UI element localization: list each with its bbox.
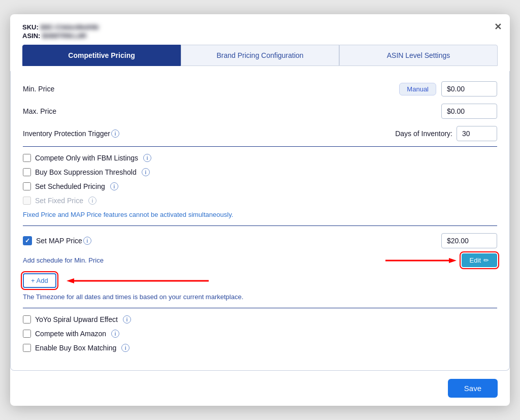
checkbox-amazon-row: Compete with Amazon i bbox=[23, 330, 497, 338]
warning-text: Fixed Price and MAP Price features canno… bbox=[23, 211, 497, 218]
asin-value: B069TRM.L8R bbox=[42, 32, 86, 40]
edit-label: Edit bbox=[470, 256, 481, 264]
checkbox-scheduled-label: Set Scheduled Pricing bbox=[35, 182, 105, 190]
max-price-row: Max. Price bbox=[23, 104, 497, 119]
modal: ✕ SKU: B8C-ChkbnWetH8r ASIN: B069TRM.L8R… bbox=[10, 14, 510, 406]
max-price-label: Max. Price bbox=[23, 107, 56, 115]
checkbox-yoyo-label: YoYo Spiral Upward Effect bbox=[35, 315, 118, 324]
amazon-info-icon[interactable]: i bbox=[111, 330, 119, 338]
manual-badge[interactable]: Manual bbox=[399, 83, 436, 95]
checkbox-fixed-row: Set Fixed Price i bbox=[23, 197, 497, 205]
modal-body: Min. Price Manual Max. Price Inventory P… bbox=[10, 71, 510, 371]
checkbox-buybox-row: Enable Buy Box Matching i bbox=[23, 344, 497, 352]
checkbox-suppression[interactable] bbox=[23, 168, 31, 176]
sku-value: B8C-ChkbnWetH8r bbox=[40, 23, 99, 31]
suppression-info-icon[interactable]: i bbox=[142, 168, 150, 176]
timezone-note: The Timezone for all dates and times is … bbox=[23, 293, 497, 301]
schedule-label: Add schedule for Min. Price bbox=[23, 256, 104, 264]
arrow-from-add bbox=[67, 276, 209, 286]
days-input[interactable] bbox=[457, 126, 497, 141]
checkbox-buybox[interactable] bbox=[23, 344, 31, 352]
checkbox-fbm[interactable] bbox=[23, 154, 31, 162]
checkbox-amazon[interactable] bbox=[23, 330, 31, 338]
save-button[interactable]: Save bbox=[448, 379, 498, 398]
add-btn-row: + Add bbox=[23, 273, 497, 288]
close-button[interactable]: ✕ bbox=[494, 21, 502, 33]
arrow-to-edit bbox=[385, 255, 457, 266]
checkbox-yoyo[interactable] bbox=[23, 315, 31, 324]
tab-brand[interactable]: Brand Pricing Configuration bbox=[181, 45, 339, 66]
map-price-input[interactable] bbox=[441, 233, 497, 248]
tab-asin[interactable]: ASIN Level Settings bbox=[339, 45, 498, 66]
scheduled-info-icon[interactable]: i bbox=[110, 182, 118, 190]
checkbox-scheduled-row: Set Scheduled Pricing i bbox=[23, 182, 497, 190]
map-price-label: Set MAP Price bbox=[36, 237, 82, 245]
buybox-info-icon[interactable]: i bbox=[121, 344, 129, 352]
map-price-row: Set MAP Price i bbox=[23, 233, 497, 248]
checkbox-scheduled[interactable] bbox=[23, 182, 31, 190]
svg-marker-1 bbox=[449, 258, 457, 263]
bottom-section-divider bbox=[23, 308, 497, 308]
fbm-info-icon[interactable]: i bbox=[143, 154, 151, 162]
tab-competitive[interactable]: Competitive Pricing bbox=[22, 45, 181, 66]
checkbox-fixed[interactable] bbox=[23, 197, 31, 205]
checkbox-fixed-label: Set Fixed Price bbox=[35, 197, 83, 205]
inventory-info-icon[interactable]: i bbox=[111, 130, 119, 138]
section-divider bbox=[23, 225, 497, 226]
map-info-icon[interactable]: i bbox=[83, 237, 91, 245]
tabs: Competitive Pricing Brand Pricing Config… bbox=[22, 45, 498, 66]
min-price-label: Min. Price bbox=[23, 85, 54, 93]
checkbox-suppression-label: Buy Box Suppression Threshold bbox=[35, 168, 137, 176]
checkbox-map[interactable] bbox=[23, 236, 32, 245]
sku-row: SKU: B8C-ChkbnWetH8r bbox=[22, 23, 498, 31]
asin-label: ASIN: bbox=[22, 32, 40, 40]
modal-header: SKU: B8C-ChkbnWetH8r ASIN: B069TRM.L8R C… bbox=[10, 14, 510, 71]
sku-label: SKU: bbox=[22, 23, 39, 31]
checkbox-yoyo-row: YoYo Spiral Upward Effect i bbox=[23, 315, 497, 324]
checkbox-amazon-label: Compete with Amazon bbox=[35, 330, 106, 338]
modal-footer: Save bbox=[10, 371, 510, 406]
svg-marker-3 bbox=[67, 278, 74, 283]
inventory-label: Inventory Protection Trigger bbox=[23, 130, 110, 138]
inventory-row: Inventory Protection Trigger i Days of I… bbox=[23, 126, 497, 147]
checkbox-fbm-label: Compete Only with FBM Listings bbox=[35, 154, 138, 162]
checkbox-suppression-row: Buy Box Suppression Threshold i bbox=[23, 168, 497, 176]
edit-icon: ✏ bbox=[483, 256, 489, 264]
add-button[interactable]: + Add bbox=[23, 273, 56, 288]
asin-row: ASIN: B069TRM.L8R bbox=[22, 32, 498, 40]
edit-button[interactable]: Edit ✏ bbox=[462, 253, 497, 267]
schedule-row: Add schedule for Min. Price Edit ✏ bbox=[23, 253, 497, 267]
checkbox-buybox-label: Enable Buy Box Matching bbox=[35, 344, 116, 352]
fixed-info-icon[interactable]: i bbox=[88, 197, 96, 205]
min-price-input[interactable] bbox=[441, 81, 497, 96]
checkbox-fbm-row: Compete Only with FBM Listings i bbox=[23, 154, 497, 162]
min-price-row: Min. Price Manual bbox=[23, 81, 497, 96]
yoyo-info-icon[interactable]: i bbox=[123, 315, 131, 324]
max-price-input[interactable] bbox=[441, 104, 497, 119]
days-label: Days of Inventory: bbox=[395, 130, 452, 138]
